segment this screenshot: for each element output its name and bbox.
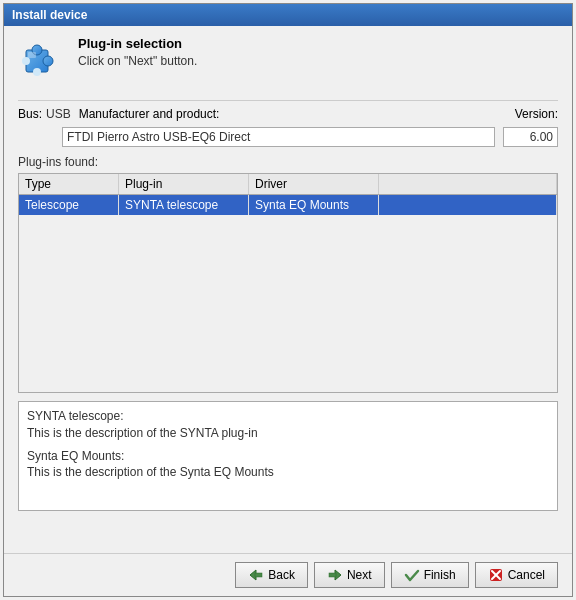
section-heading: Plug-in selection bbox=[78, 36, 197, 51]
cancel-icon bbox=[488, 567, 504, 583]
title-bar: Install device bbox=[4, 4, 572, 26]
manufacturer-value-row bbox=[18, 127, 558, 147]
section-description: Click on "Next" button. bbox=[78, 54, 197, 68]
svg-point-2 bbox=[43, 56, 53, 66]
next-label: Next bbox=[347, 568, 372, 582]
plugins-table: Type Plug-in Driver Telescope SYNTA tele… bbox=[18, 173, 558, 393]
description-text2: Synta EQ Mounts:This is the description … bbox=[27, 448, 549, 482]
svg-rect-9 bbox=[329, 573, 336, 577]
back-label: Back bbox=[268, 568, 295, 582]
version-label: Version: bbox=[515, 107, 558, 121]
next-icon bbox=[327, 567, 343, 583]
svg-point-3 bbox=[33, 68, 41, 76]
manufacturer-label: Manufacturer and product: bbox=[79, 107, 220, 121]
cancel-button[interactable]: Cancel bbox=[475, 562, 558, 588]
cell-plugin: SYNTA telescope bbox=[119, 195, 249, 215]
plugin-icon bbox=[18, 36, 66, 84]
table-row[interactable]: Telescope SYNTA telescope Synta EQ Mount… bbox=[19, 195, 557, 215]
install-device-dialog: Install device bbox=[3, 3, 573, 597]
bus-row: Bus: USB Manufacturer and product: Versi… bbox=[18, 107, 558, 121]
header-text: Plug-in selection Click on "Next" button… bbox=[78, 36, 197, 68]
back-button[interactable]: Back bbox=[235, 562, 308, 588]
version-section: Version: bbox=[515, 107, 558, 121]
back-icon bbox=[248, 567, 264, 583]
manufacturer-input[interactable] bbox=[62, 127, 495, 147]
manufacturer-section: Manufacturer and product: bbox=[79, 107, 507, 121]
plugins-found-label: Plug-ins found: bbox=[18, 155, 558, 169]
finish-label: Finish bbox=[424, 568, 456, 582]
bus-value: USB bbox=[46, 107, 71, 121]
finish-icon bbox=[404, 567, 420, 583]
cancel-label: Cancel bbox=[508, 568, 545, 582]
svg-rect-5 bbox=[28, 52, 36, 58]
description-text1: SYNTA telescope:This is the description … bbox=[27, 408, 549, 442]
dialog-title: Install device bbox=[12, 8, 87, 22]
version-input[interactable] bbox=[503, 127, 558, 147]
table-header: Type Plug-in Driver bbox=[19, 174, 557, 195]
svg-rect-7 bbox=[255, 573, 262, 577]
col-extra-header bbox=[379, 174, 557, 194]
bus-section: Bus: USB bbox=[18, 107, 71, 121]
bus-label: Bus: bbox=[18, 107, 42, 121]
divider bbox=[18, 100, 558, 101]
cell-driver: Synta EQ Mounts bbox=[249, 195, 379, 215]
cell-type: Telescope bbox=[19, 195, 119, 215]
header-section: Plug-in selection Click on "Next" button… bbox=[18, 36, 558, 84]
col-driver-header: Driver bbox=[249, 174, 379, 194]
footer: Back Next Finish Cancel bbox=[4, 553, 572, 596]
description-section: SYNTA telescope:This is the description … bbox=[18, 401, 558, 511]
col-type-header: Type bbox=[19, 174, 119, 194]
dialog-content: Plug-in selection Click on "Next" button… bbox=[4, 26, 572, 553]
col-plugin-header: Plug-in bbox=[119, 174, 249, 194]
cell-extra bbox=[379, 195, 557, 215]
next-button[interactable]: Next bbox=[314, 562, 385, 588]
svg-point-4 bbox=[22, 57, 30, 65]
finish-button[interactable]: Finish bbox=[391, 562, 469, 588]
table-body: Telescope SYNTA telescope Synta EQ Mount… bbox=[19, 195, 557, 392]
